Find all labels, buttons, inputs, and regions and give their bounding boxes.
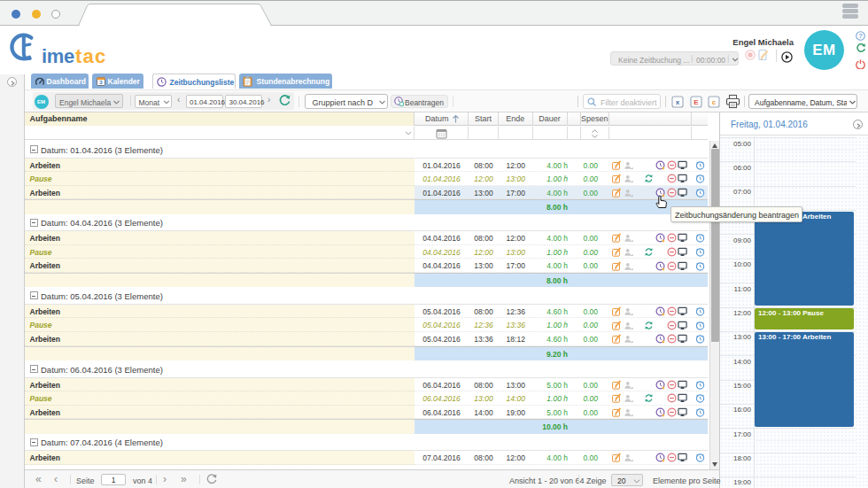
svg-text:ime: ime	[42, 45, 74, 66]
svg-text:x: x	[675, 98, 679, 106]
svg-text:tac: tac	[75, 45, 106, 66]
svg-text:?: ?	[858, 32, 863, 40]
svg-text:c: c	[712, 98, 717, 106]
svg-text:E: E	[694, 98, 699, 106]
